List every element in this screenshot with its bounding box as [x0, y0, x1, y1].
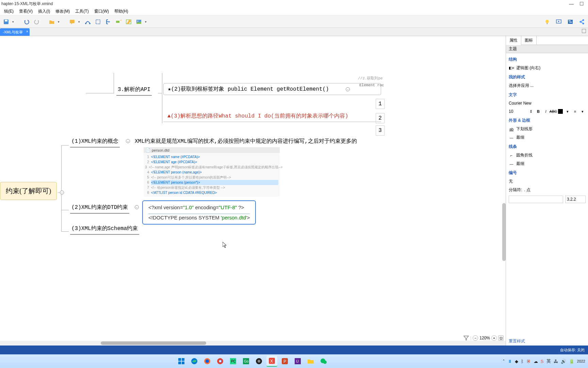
taskbar-firefox-icon[interactable] — [202, 356, 213, 367]
menu-edit[interactable]: 辑(E) — [1, 8, 16, 15]
start-button[interactable] — [176, 356, 187, 367]
tray-sogou-icon[interactable]: S — [541, 359, 544, 364]
taskbar-edge-icon[interactable] — [189, 356, 200, 367]
tray-chevron-icon[interactable]: ˄ — [503, 359, 505, 364]
tray-network-icon[interactable]: 🖧 — [554, 359, 558, 364]
toggle-c1[interactable]: – — [126, 139, 130, 143]
font-size[interactable]: 10 — [509, 109, 526, 114]
taskbar-xmind-icon[interactable]: X — [266, 356, 277, 367]
font-size-stepper[interactable]: ⇕ — [528, 109, 534, 114]
minimize-button[interactable]: — — [566, 1, 576, 6]
taskbar-powerpoint-icon[interactable]: P — [279, 356, 290, 367]
line-type[interactable]: 圆角折线 — [516, 152, 533, 158]
taskbar-explorer-icon[interactable] — [305, 356, 316, 367]
panel-tab-properties[interactable]: 属性 — [506, 36, 521, 45]
relationship-button[interactable] — [84, 18, 92, 26]
panel-tab-icons[interactable]: 图标 — [521, 36, 537, 45]
menu-view[interactable]: 查看(V) — [16, 8, 35, 15]
insert-topic-button[interactable]: + — [114, 18, 122, 26]
node-c3[interactable]: (3)XML约束的Schema约束 — [70, 224, 139, 235]
node-c1-desc[interactable]: XML约束就是规范XML编写的技术,必须按照约束中规定的内容进行编写,之后对于约… — [133, 137, 358, 147]
node-c1[interactable]: (1)XML约束的概念 — [70, 137, 120, 148]
node-side-3[interactable]: 3 — [376, 125, 385, 136]
number-type[interactable]: 无 — [509, 179, 513, 184]
toggle-c2[interactable]: – — [135, 205, 139, 209]
menu-window[interactable]: 窗口(W) — [92, 8, 112, 15]
menu-modify[interactable]: 修改(M) — [53, 8, 72, 15]
idea-button[interactable] — [543, 18, 551, 26]
tab-restore-button[interactable] — [582, 29, 586, 33]
menu-insert[interactable]: 插入(I) — [35, 8, 53, 15]
folder-dropdown[interactable]: ▾ — [58, 20, 61, 24]
annotate-button[interactable] — [68, 18, 76, 26]
horizontal-scrollbar-thumb[interactable] — [101, 341, 206, 345]
node-dtd-file[interactable]: 📄 person.dtd 1<!ELEMENT name (#PCDATA)>2… — [144, 147, 280, 197]
folder-button[interactable] — [48, 18, 56, 26]
tray-shield-icon[interactable]: ⛨ — [526, 359, 531, 364]
zoom-in-button[interactable]: + — [491, 335, 497, 341]
menu-tools[interactable]: 工具(T) — [72, 8, 91, 15]
font-family[interactable]: Courier New — [509, 101, 585, 106]
taskbar-goland-icon[interactable]: Go — [241, 356, 251, 367]
status-drag-handle[interactable] — [287, 0, 301, 1]
mindmap-canvas[interactable]: 约束(了解即可) – 3.解析的API ★(2)获取到根标签对象 public … — [0, 36, 506, 346]
horizontal-scrollbar[interactable] — [0, 341, 506, 346]
node-side-1[interactable]: 1 — [376, 99, 385, 109]
taskbar-chrome-icon[interactable] — [215, 356, 226, 367]
node-central[interactable]: 约束(了解即可) — [0, 182, 57, 200]
image-dropdown[interactable]: ▾ — [145, 20, 148, 24]
tray-battery-icon[interactable]: 🔋 — [569, 359, 574, 364]
strike-button[interactable]: ABC — [551, 109, 556, 114]
node-route[interactable]: ▲(3)解析思想的路径What should I do(当前拥有的对象表示哪个内… — [163, 110, 381, 122]
menu-help[interactable]: 帮助(H) — [112, 8, 131, 15]
style-select[interactable]: 选择并应用 ... — [509, 83, 534, 89]
maximize-button[interactable]: ☐ — [576, 1, 587, 6]
number-prefix-input[interactable] — [509, 196, 563, 203]
tray-pause-icon[interactable]: ⏸ — [508, 359, 512, 364]
tray-bluetooth-icon[interactable]: ᛒ — [521, 359, 524, 364]
taskbar-idea-icon[interactable]: IJ — [292, 356, 303, 367]
share-button[interactable] — [578, 18, 586, 26]
tray-clock[interactable]: 2022 — [577, 359, 585, 363]
toggle-root-el[interactable]: – — [346, 87, 350, 91]
image-button[interactable] — [135, 18, 143, 26]
toggle-central[interactable]: – — [60, 190, 64, 195]
system-tray[interactable]: ˄ ⏸ ◆ ᛒ ⛨ ☁ S 英 🖧 🔊 🔋 2022 — [503, 358, 585, 364]
tray-volume-icon[interactable]: 🔊 — [561, 359, 566, 364]
save-dropdown[interactable]: ▾ — [12, 20, 16, 24]
align-button[interactable]: ≡ — [572, 109, 578, 114]
italic-button[interactable]: I — [543, 109, 549, 114]
presentation-button[interactable] — [555, 18, 563, 26]
annotate-dropdown[interactable]: ▾ — [78, 20, 82, 24]
boundary-button[interactable] — [94, 18, 102, 26]
gantt-button[interactable] — [566, 18, 574, 26]
tray-ime-icon[interactable]: 英 — [546, 358, 551, 364]
undo-button[interactable] — [22, 18, 31, 26]
align-dropdown[interactable]: ▾ — [580, 109, 585, 114]
filter-icon[interactable] — [463, 336, 469, 340]
tab-close-icon[interactable]: × — [26, 29, 28, 33]
number-example-input[interactable] — [565, 196, 586, 203]
node-c2[interactable]: (2)XML约束的DTD约束 — [70, 203, 129, 214]
bold-button[interactable]: B — [536, 109, 541, 114]
taskbar-obs-icon[interactable] — [254, 356, 264, 367]
zoom-fit-button[interactable]: ⊡ — [498, 335, 504, 341]
shape-type[interactable]: 下划线形 — [516, 126, 533, 132]
reset-style-link[interactable]: 重置样式 — [509, 339, 525, 343]
separator-value[interactable]: . 点 — [524, 187, 530, 193]
tray-app-icon[interactable]: ◆ — [515, 359, 518, 364]
save-button[interactable] — [2, 18, 10, 26]
summary-button[interactable] — [104, 18, 112, 26]
structure-value[interactable]: 逻辑图 (向右) — [516, 65, 540, 71]
shape-width[interactable]: 最细 — [516, 135, 524, 140]
tray-onedrive-icon[interactable]: ☁ — [534, 359, 538, 364]
vertical-scrollbar[interactable] — [502, 203, 506, 261]
node-xml-declaration[interactable]: <?xml version="1.0" encoding="UTF-8" ?> … — [142, 200, 256, 225]
text-color-button[interactable] — [558, 109, 563, 114]
tab-active[interactable]: -XML与枚举 × — [0, 28, 30, 36]
node-side-2[interactable]: 2 — [376, 113, 385, 123]
line-width[interactable]: 最细 — [516, 161, 524, 167]
node-api[interactable]: 3.解析的API — [116, 85, 152, 96]
taskbar-wechat-icon[interactable] — [318, 356, 329, 367]
zoom-out-button[interactable]: − — [473, 335, 478, 341]
